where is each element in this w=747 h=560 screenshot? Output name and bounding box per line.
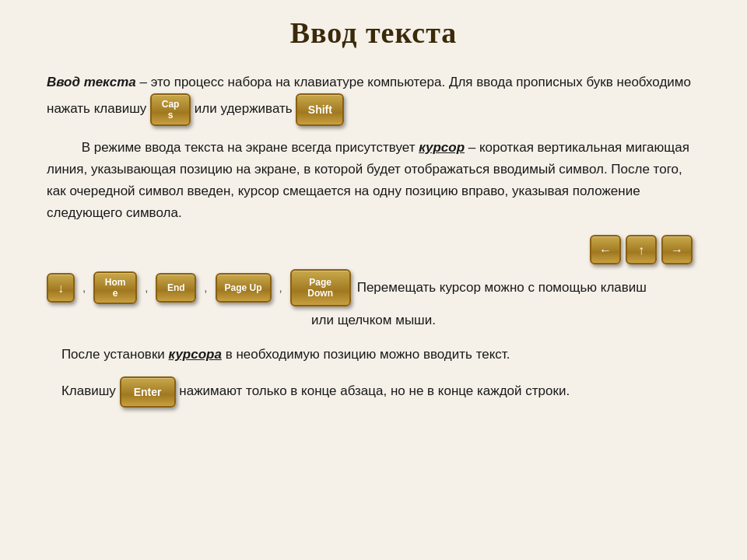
p2-text: В режиме ввода текста на экране всегда п… <box>82 140 416 155</box>
home-key: Hom e <box>93 271 137 304</box>
shift-key: Shift <box>296 93 344 126</box>
p1-bold: Ввод текста <box>47 75 136 89</box>
sep3: , <box>204 278 207 298</box>
paragraph-1: Ввод текста – это процесс набора на клав… <box>47 72 700 126</box>
p5-rest: нажимают только в конце абзаца, но не в … <box>179 384 570 399</box>
sep1: , <box>82 278 86 298</box>
sep4: , <box>279 278 282 298</box>
paragraph-4: После установки курсора в необходимую по… <box>47 344 700 366</box>
p3-text: Перемещать курсор можно с помощью клавиш <box>357 277 647 299</box>
arrow-up-key: ↑ <box>626 235 657 264</box>
paragraph-3: ↓ , Hom e , End , Page Up , Page Down Пе… <box>47 269 700 331</box>
paragraph-2: В режиме ввода текста на экране всегда п… <box>47 137 700 224</box>
arrow-keys-row: ← ↑ → <box>47 235 700 264</box>
caps-lock-key: Cap s <box>150 93 191 126</box>
page-title: Ввод текста <box>47 16 700 50</box>
enter-key: Enter <box>120 376 176 408</box>
page-up-key: Page Up <box>216 273 272 303</box>
p5-text1: Клавишу <box>47 384 116 399</box>
cursor-word: курсор <box>419 140 465 155</box>
page-down-key: Page Down <box>290 269 351 306</box>
nav-keys-row: ↓ , Hom e , End , Page Up , Page Down Пе… <box>47 269 700 306</box>
p4-rest: в необходимую позицию можно вводить текс… <box>226 347 510 362</box>
page: Ввод текста Ввод текста – это процесс на… <box>0 0 747 560</box>
cursor-word-2: курсора <box>169 347 222 362</box>
end-key: End <box>156 273 196 303</box>
arrow-right-key: → <box>661 235 693 264</box>
paragraph-5: Клавишу Enter нажимают только в конце аб… <box>47 376 700 408</box>
p3-mouse-text: или щелчком мыши. <box>47 310 700 331</box>
p1-text2: или удерживать <box>195 102 293 117</box>
p1-text: – это процесс набора на клавиатуре компь… <box>47 75 691 117</box>
p4-text1: После установки <box>47 347 165 362</box>
sep2: , <box>145 278 148 298</box>
content: Ввод текста – это процесс набора на клав… <box>47 72 700 408</box>
arrow-down-key: ↓ <box>47 273 75 303</box>
arrow-left-key: ← <box>590 235 621 264</box>
